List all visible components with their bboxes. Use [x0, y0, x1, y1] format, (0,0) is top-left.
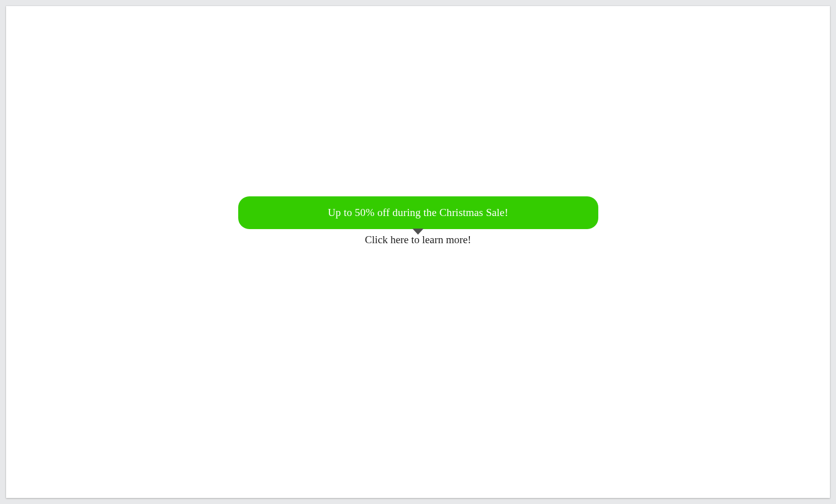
learn-more-link[interactable]: Click here to learn more! [365, 234, 471, 246]
sale-tooltip: Up to 50% off during the Christmas Sale! [238, 196, 598, 229]
content-area: Up to 50% off during the Christmas Sale!… [6, 196, 830, 246]
content-card: Up to 50% off during the Christmas Sale!… [6, 6, 830, 498]
tooltip-container: Up to 50% off during the Christmas Sale! [238, 196, 598, 235]
tooltip-arrow-down-icon [412, 229, 424, 235]
